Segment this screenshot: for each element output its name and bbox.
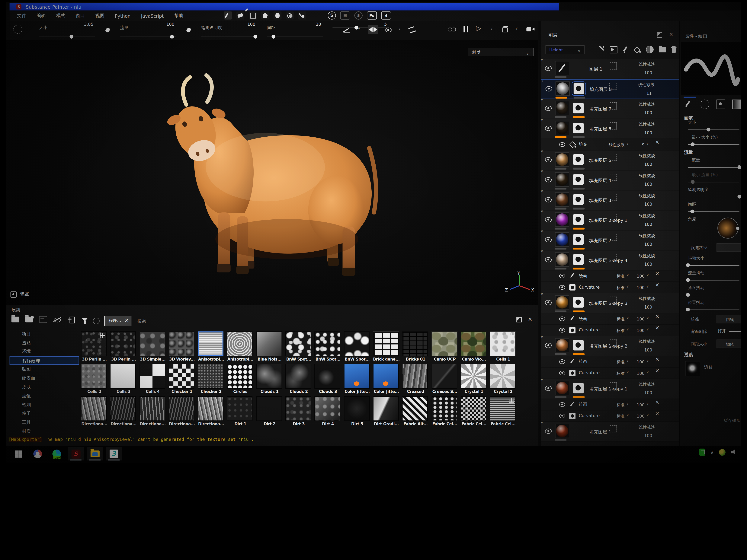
tile-thumb[interactable] — [373, 331, 399, 356]
effect-blend-mode[interactable]: 标准 — [617, 317, 624, 322]
visibility-eye-icon[interactable] — [545, 429, 551, 434]
slider-knob[interactable] — [691, 180, 694, 184]
prop-slider[interactable] — [688, 194, 739, 199]
shelf-tile[interactable]: Checker 2 — [198, 364, 225, 394]
taskbar-browser[interactable] — [30, 447, 46, 460]
projection-tool[interactable] — [249, 11, 257, 20]
sidebar-item-11[interactable]: 材质 — [9, 427, 79, 436]
shelf-tile[interactable]: 3D Perlin ... — [110, 331, 137, 362]
sidebar-item-0[interactable]: 项目 — [9, 329, 79, 338]
falloff-caret-icon[interactable] — [358, 28, 361, 31]
layer-mask-thumbnail[interactable] — [574, 83, 584, 94]
layer-effect-row[interactable]: 绘画标准100 — [541, 399, 681, 410]
filter-funnel-icon[interactable] — [82, 318, 88, 324]
layer-blend-mode[interactable]: 线性减淡 — [638, 82, 654, 88]
slider-knob[interactable] — [686, 308, 690, 312]
brush-tab-icon[interactable] — [685, 100, 693, 109]
prop-slider[interactable] — [688, 292, 739, 297]
effect-blend-mode[interactable]: 线性减淡 — [609, 142, 625, 148]
layer-thumbnail[interactable] — [555, 61, 569, 75]
remove-effect-icon[interactable] — [655, 141, 659, 145]
visibility-eye-icon[interactable] — [559, 317, 565, 321]
blend-caret-icon[interactable] — [626, 371, 630, 375]
blend-caret-icon[interactable] — [626, 328, 630, 332]
menu-item-1[interactable]: 编辑 — [37, 12, 46, 19]
effect-opacity[interactable]: 100 — [637, 414, 645, 419]
volume-icon[interactable] — [731, 449, 738, 455]
slider-knob[interactable] — [686, 278, 690, 282]
tile-thumb[interactable] — [110, 396, 136, 421]
folder-icon[interactable] — [11, 317, 19, 322]
layer-blend-mode[interactable]: 线性减淡 — [639, 173, 655, 179]
layer-row[interactable]: 填充图层 3线性减淡100 — [541, 190, 681, 210]
layer-opacity[interactable]: 100 — [644, 162, 652, 166]
layer-mask-thumbnail[interactable] — [573, 383, 584, 394]
shelf-tile[interactable]: Directiona... — [81, 396, 108, 427]
card-view-icon[interactable] — [39, 316, 47, 323]
layer-row[interactable]: 填充图层 4线性减淡100 — [541, 170, 681, 190]
material-picker-tool[interactable] — [298, 11, 306, 20]
sidebar-item-2[interactable]: 环境 — [9, 347, 79, 356]
add-fill-layer-icon[interactable] — [634, 47, 641, 53]
layer-blend-mode[interactable]: 线性减淡 — [639, 213, 655, 219]
tile-thumb[interactable] — [373, 396, 399, 421]
layer-blend-mode[interactable]: 线性减淡 — [639, 153, 655, 159]
share-icon[interactable]: s — [355, 11, 363, 20]
tile-thumb[interactable] — [432, 364, 457, 389]
layer-row[interactable]: 填充图层 1 copy 2线性减淡100 — [541, 336, 681, 356]
slider-knob[interactable] — [254, 35, 257, 38]
shelf-tile[interactable]: BnW Spot... — [344, 331, 370, 362]
menu-item-2[interactable]: 模式 — [56, 12, 65, 19]
layer-thumbnail[interactable] — [555, 192, 569, 207]
sidebar-item-10[interactable]: 工具 — [9, 418, 79, 427]
layer-blend-mode[interactable]: 线性减淡 — [639, 382, 655, 388]
alpha-tab-icon[interactable] — [700, 100, 709, 109]
visibility-eye-icon[interactable] — [559, 371, 565, 375]
tile-thumb[interactable] — [227, 364, 253, 389]
shelf-tile[interactable]: Directiona... — [169, 396, 196, 427]
smudge-tool[interactable] — [274, 11, 282, 20]
layer-row[interactable]: 填充图层 7线性减淡100 — [541, 99, 681, 119]
tile-thumb[interactable] — [81, 331, 107, 356]
viewport-3d[interactable]: 材质 — [6, 40, 538, 310]
layer-blend-mode[interactable]: 线性减淡 — [639, 62, 655, 68]
effect-blend-mode[interactable]: 标准 — [617, 371, 624, 376]
shelf-tile[interactable]: Dirt 2 — [256, 396, 283, 427]
tile-thumb[interactable] — [402, 364, 428, 389]
tile-thumb[interactable] — [169, 331, 195, 356]
tile-thumb[interactable] — [461, 331, 486, 356]
layer-effect-row[interactable]: 绘画标准100 — [541, 313, 681, 325]
layer-blend-mode[interactable]: 线性减淡 — [639, 102, 655, 108]
shelf-tile[interactable]: Dirt 5 — [344, 396, 370, 427]
tile-thumb[interactable] — [169, 364, 195, 389]
layer-opacity[interactable]: 100 — [644, 202, 652, 207]
layer-effect-row[interactable]: Curvature标准100 — [541, 368, 681, 379]
layer-thumbnail[interactable] — [555, 121, 569, 135]
shelf-tile[interactable]: Camo UCP — [432, 331, 458, 362]
shelf-tile[interactable]: Dirt 1 — [227, 396, 254, 427]
tile-thumb[interactable] — [198, 396, 224, 421]
prop-value-box[interactable]: 物体 — [717, 340, 741, 348]
layer-blend-mode[interactable]: 线性减淡 — [639, 339, 655, 345]
usb-tray-icon[interactable] — [700, 449, 705, 456]
tile-thumb[interactable] — [402, 396, 428, 421]
tile-thumb[interactable] — [198, 331, 224, 356]
visibility-eye-icon[interactable] — [559, 402, 565, 407]
tile-thumb[interactable] — [344, 396, 369, 421]
brush-preview-icon[interactable] — [14, 25, 22, 34]
visibility-eye-icon[interactable] — [545, 197, 551, 203]
photoshop-icon[interactable]: Ps — [367, 11, 377, 20]
param-slider[interactable] — [120, 34, 176, 39]
taskbar-3dsmax[interactable]: 3 — [106, 447, 122, 460]
layer-thumbnail[interactable] — [555, 172, 569, 187]
title-bar[interactable]: S Substance Painter - niu — [9, 3, 559, 10]
menu-item-0[interactable]: 文件 — [17, 12, 26, 19]
import-resources-icon[interactable] — [68, 317, 75, 323]
shelf-tile[interactable]: Anisotropi... — [198, 331, 225, 362]
visibility-eye-icon[interactable] — [546, 86, 552, 91]
shelf-tile[interactable]: Clouds 3 — [315, 364, 341, 394]
layer-opacity[interactable]: 100 — [644, 182, 652, 187]
effect-opacity[interactable]: 100 — [637, 274, 645, 278]
effect-opacity[interactable]: 100 — [637, 285, 645, 290]
toggle-value[interactable]: 打开 — [718, 328, 726, 334]
